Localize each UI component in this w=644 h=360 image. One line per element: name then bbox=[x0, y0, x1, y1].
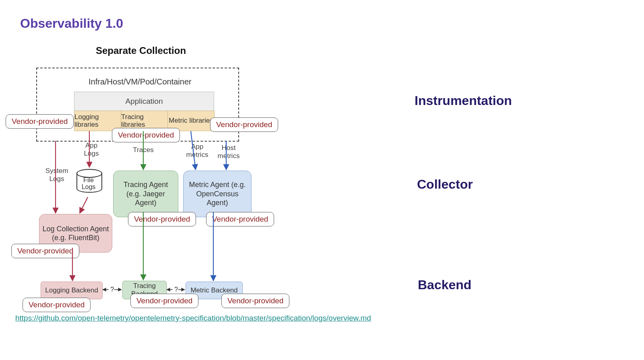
arrow-file-to-logagent bbox=[80, 197, 88, 213]
slide-stage: Observability 1.0 Separate Collection In… bbox=[0, 0, 644, 360]
arrows-layer bbox=[0, 0, 644, 360]
arrow-app-metrics bbox=[191, 131, 196, 170]
